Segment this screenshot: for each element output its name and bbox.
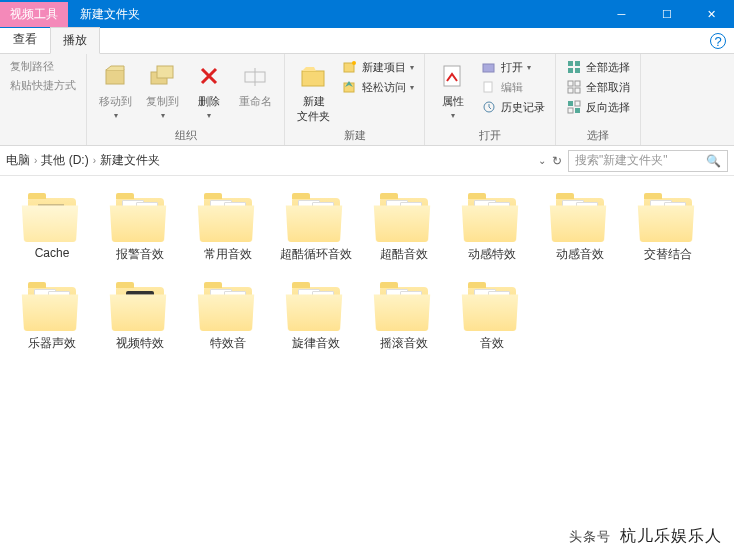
svg-rect-13 <box>568 61 573 66</box>
folder-item[interactable]: 摇滚音效 <box>360 277 448 358</box>
group-label: 组织 <box>95 126 276 143</box>
properties-button[interactable]: 属性 ▾ <box>433 58 473 122</box>
folder-label: 动感特效 <box>468 246 516 263</box>
svg-rect-24 <box>575 108 580 113</box>
folder-icon <box>200 283 256 331</box>
folder-item[interactable]: 特效音 <box>184 277 272 358</box>
folder-item[interactable]: 音效 <box>448 277 536 358</box>
folder-item[interactable]: 乐器声效 <box>8 277 96 358</box>
svg-rect-14 <box>575 61 580 66</box>
svg-rect-16 <box>575 68 580 73</box>
move-to-button[interactable]: 移动到 ▾ <box>95 58 136 122</box>
chevron-down-icon: ▾ <box>410 63 414 72</box>
copy-to-button[interactable]: 复制到 ▾ <box>142 58 183 122</box>
folder-icon <box>112 194 168 242</box>
help-icon[interactable]: ? <box>710 33 726 49</box>
open-icon <box>481 59 497 75</box>
folder-view[interactable]: Cache报警音效常用音效超酷循环音效超酷音效动感特效动感音效交替结合乐器声效视… <box>0 176 734 553</box>
chevron-right-icon: › <box>34 155 37 166</box>
new-item-button[interactable]: 新建项目 ▾ <box>340 58 416 76</box>
folder-icon <box>200 194 256 242</box>
breadcrumb-folder[interactable]: 新建文件夹 <box>100 152 160 169</box>
folder-label: 报警音效 <box>116 246 164 263</box>
contextual-tab[interactable]: 视频工具 <box>0 2 68 27</box>
history-button[interactable]: 历史记录 <box>479 98 547 116</box>
copy-to-icon <box>147 60 179 92</box>
folder-item[interactable]: 交替结合 <box>624 188 712 269</box>
move-to-icon <box>100 60 132 92</box>
tab-play[interactable]: 播放 <box>50 27 100 54</box>
svg-rect-6 <box>344 63 354 72</box>
select-none-button[interactable]: 全部取消 <box>564 78 632 96</box>
invert-icon <box>566 99 582 115</box>
group-label: 选择 <box>564 126 632 143</box>
search-icon[interactable]: 🔍 <box>706 154 721 168</box>
folder-item[interactable]: Cache <box>8 188 96 269</box>
folder-icon <box>376 283 432 331</box>
folder-item[interactable]: 视频特效 <box>96 277 184 358</box>
svg-rect-5 <box>302 71 324 86</box>
breadcrumb[interactable]: 电脑 › 其他 (D:) › 新建文件夹 <box>6 152 532 169</box>
properties-icon <box>437 60 469 92</box>
folder-icon <box>464 283 520 331</box>
open-button[interactable]: 打开 ▾ <box>479 58 547 76</box>
svg-rect-10 <box>483 64 494 72</box>
chevron-down-icon: ▾ <box>527 63 531 72</box>
folder-item[interactable]: 旋律音效 <box>272 277 360 358</box>
invert-selection-button[interactable]: 反向选择 <box>564 98 632 116</box>
folder-item[interactable]: 超酷循环音效 <box>272 188 360 269</box>
close-button[interactable]: ✕ <box>689 0 734 28</box>
group-label: 新建 <box>293 126 416 143</box>
svg-rect-18 <box>575 81 580 86</box>
rename-button[interactable]: 重命名 <box>235 58 276 111</box>
svg-rect-2 <box>157 66 173 78</box>
ribbon-tabs: 查看 播放 ? <box>0 28 734 54</box>
folder-label: 视频特效 <box>116 335 164 352</box>
ribbon-group-new: 新建 文件夹 新建项目 ▾ 轻松访问 ▾ 新建 <box>285 54 425 145</box>
folder-label: 超酷音效 <box>380 246 428 263</box>
breadcrumb-drive[interactable]: 其他 (D:) <box>41 152 88 169</box>
delete-button[interactable]: 删除 ▾ <box>189 58 229 122</box>
edit-icon <box>481 79 497 95</box>
tab-view[interactable]: 查看 <box>0 26 50 53</box>
minimize-button[interactable]: ─ <box>599 0 644 28</box>
folder-item[interactable]: 超酷音效 <box>360 188 448 269</box>
folder-item[interactable]: 报警音效 <box>96 188 184 269</box>
ribbon-group-clipboard: 复制路径 粘贴快捷方式 <box>0 54 87 145</box>
svg-rect-15 <box>568 68 573 73</box>
folder-label: 音效 <box>480 335 504 352</box>
folder-icon <box>288 194 344 242</box>
new-folder-icon <box>298 60 330 92</box>
easy-access-icon <box>342 79 358 95</box>
address-bar: 电脑 › 其他 (D:) › 新建文件夹 ⌄ ↻ 搜索"新建文件夹" 🔍 <box>0 146 734 176</box>
new-folder-button[interactable]: 新建 文件夹 <box>293 58 334 126</box>
new-item-icon <box>342 59 358 75</box>
svg-rect-23 <box>568 108 573 113</box>
chevron-down-icon: ▾ <box>451 111 455 120</box>
search-input[interactable]: 搜索"新建文件夹" 🔍 <box>568 150 728 172</box>
folder-item[interactable]: 动感音效 <box>536 188 624 269</box>
svg-rect-22 <box>575 101 580 106</box>
paste-shortcut-button[interactable]: 粘贴快捷方式 <box>8 77 78 94</box>
maximize-button[interactable]: ☐ <box>644 0 689 28</box>
folder-item[interactable]: 常用音效 <box>184 188 272 269</box>
ribbon-group-open: 属性 ▾ 打开 ▾ 编辑 <box>425 54 556 145</box>
svg-rect-9 <box>444 66 460 86</box>
breadcrumb-pc[interactable]: 电脑 <box>6 152 30 169</box>
copy-path-button[interactable]: 复制路径 <box>8 58 78 75</box>
select-all-button[interactable]: 全部选择 <box>564 58 632 76</box>
folder-label: Cache <box>35 246 70 260</box>
group-label: 打开 <box>433 126 547 143</box>
folder-label: 交替结合 <box>644 246 692 263</box>
refresh-icon[interactable]: ↻ <box>552 154 562 168</box>
ribbon-group-select: 全部选择 全部取消 反向选择 选择 <box>556 54 641 145</box>
folder-item[interactable]: 动感特效 <box>448 188 536 269</box>
chevron-down-icon: ▾ <box>161 111 165 120</box>
history-dropdown-icon[interactable]: ⌄ <box>538 155 546 166</box>
window-titlebar: 视频工具 新建文件夹 ─ ☐ ✕ <box>0 0 734 28</box>
folder-icon <box>112 283 168 331</box>
folder-icon <box>24 283 80 331</box>
rename-icon <box>240 60 272 92</box>
easy-access-button[interactable]: 轻松访问 ▾ <box>340 78 416 96</box>
edit-button[interactable]: 编辑 <box>479 78 547 96</box>
